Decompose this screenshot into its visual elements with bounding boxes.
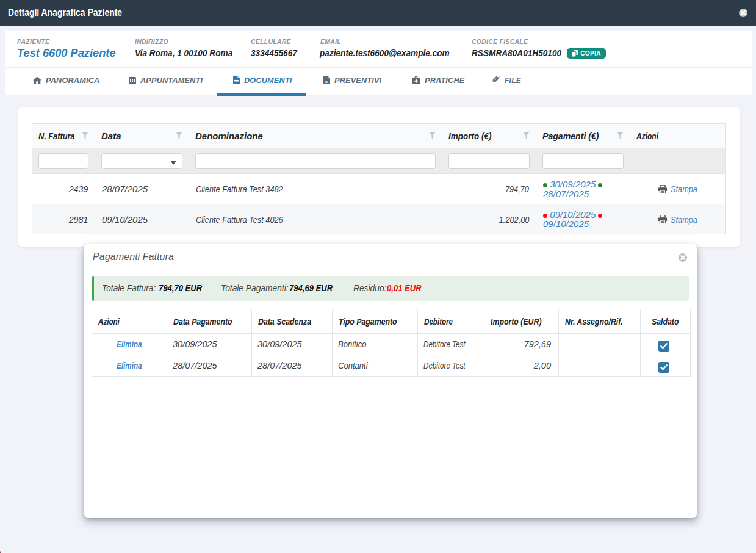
- svg-text:s: s: [325, 79, 328, 84]
